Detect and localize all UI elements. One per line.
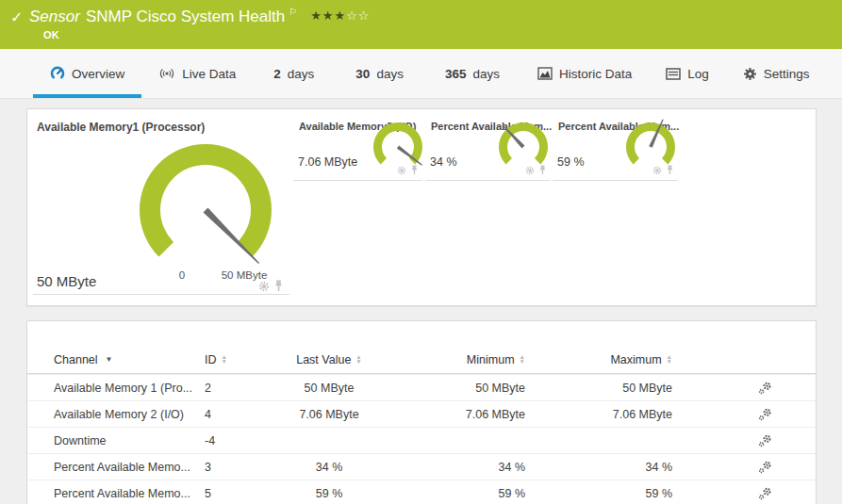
tab-bar: Overview Live Data 2days 30days 365days … — [0, 49, 842, 99]
status-ok-check-icon: ✓ — [10, 8, 23, 26]
gauges-panel: Available Memory1 (Processor) 0 50 MByte… — [26, 108, 817, 306]
area-chart-icon — [537, 67, 553, 80]
channel-name-link[interactable]: Percent Available Memo... — [27, 487, 205, 500]
tab-historic-data[interactable]: Historic Data — [520, 49, 649, 98]
channel-id-cell: 2 — [205, 382, 263, 395]
tab-settings[interactable]: Settings — [726, 49, 827, 98]
tile-gear-icon[interactable] — [397, 166, 406, 175]
tab-365-days[interactable]: 365days — [424, 49, 520, 98]
channel-id-cell: 4 — [205, 408, 263, 421]
page-title: SNMP Cisco System Health — [86, 8, 285, 25]
gauge-scale-min: 0 — [173, 269, 191, 281]
tab-overview[interactable]: Overview — [33, 49, 141, 98]
log-icon — [666, 68, 681, 80]
sensor-title-line: SensorSNMP Cisco System Health⚐★★★☆☆ — [29, 7, 370, 26]
sort-icon: ▲▼ — [355, 354, 361, 364]
tile-pin-icon[interactable] — [666, 165, 674, 175]
channel-table-body: Available Memory 1 (Pro... 2 50 MByte 50… — [27, 374, 816, 504]
sort-icon: ▲▼ — [520, 354, 525, 364]
maximum-cell: 34 % — [525, 461, 672, 474]
tile-pin-icon[interactable] — [538, 165, 547, 175]
flag-icon[interactable]: ⚐ — [289, 7, 297, 17]
table-row: Available Memory 1 (Pro... 2 50 MByte 50… — [27, 374, 816, 400]
tab-live-data[interactable]: Live Data — [141, 49, 253, 98]
table-row: Available Memory 2 (I/O) 4 7.06 MByte 7.… — [27, 400, 816, 427]
gauge-tile-available-memory1[interactable]: Available Memory1 (Processor) 0 50 MByte… — [31, 113, 291, 301]
last-value-cell: 59 % — [263, 487, 395, 500]
gauge-tile-percent-memory-2[interactable]: Percent Available Mem... 59 % — [553, 112, 678, 181]
channel-name-link[interactable]: Available Memory 2 (I/O) — [27, 408, 205, 421]
sort-icon: ▲▼ — [222, 354, 227, 364]
minimum-cell: 50 MByte — [395, 382, 525, 395]
table-row: Percent Available Memo... 5 59 % 59 % 59… — [27, 480, 816, 504]
gauge-tile-available-memory2[interactable]: Available Memory2 (I/O) 7.06 MByte — [293, 112, 422, 181]
channel-name-link[interactable]: Downtime — [27, 434, 205, 447]
channel-settings-icon[interactable] — [758, 408, 772, 421]
channel-name-link[interactable]: Percent Available Memo... — [27, 461, 205, 474]
tab-2-days[interactable]: 2days — [253, 49, 335, 98]
channel-settings-icon[interactable] — [758, 434, 772, 447]
table-row: Downtime -4 — [27, 427, 816, 453]
broadcast-icon — [158, 67, 175, 80]
gauge-value: 7.06 MByte — [298, 155, 357, 169]
maximum-cell: 59 % — [525, 487, 672, 500]
minimum-cell: 59 % — [395, 487, 525, 500]
sort-desc-icon: ▼ — [106, 355, 113, 364]
gear-icon — [743, 67, 757, 81]
last-value-cell: 7.06 MByte — [263, 408, 395, 421]
gauge-icon — [50, 66, 65, 81]
gauge-dial — [489, 113, 557, 185]
last-value-cell: 50 MByte — [263, 382, 395, 395]
tile-gear-icon[interactable] — [525, 166, 535, 175]
gauge-value: 50 MByte — [37, 273, 96, 289]
channel-table-panel: Channel ▼ ID ▲▼ Last Value ▲▼ Minimum ▲▼… — [26, 320, 817, 504]
maximum-cell: 7.06 MByte — [525, 408, 672, 421]
tile-gear-icon[interactable] — [652, 166, 662, 175]
channel-settings-icon[interactable] — [758, 461, 772, 474]
channel-settings-icon[interactable] — [758, 487, 772, 500]
last-value-cell: 34 % — [263, 461, 395, 474]
sort-icon: ▲▼ — [667, 354, 672, 364]
tile-pin-icon[interactable] — [410, 165, 419, 175]
gauge-tile-percent-memory-1[interactable]: Percent Available Mem... 34 % — [425, 112, 551, 181]
sensor-header: ✓ SensorSNMP Cisco System Health⚐★★★☆☆ O… — [0, 0, 842, 49]
minimum-cell: 34 % — [395, 461, 525, 474]
maximum-cell: 50 MByte — [525, 382, 672, 395]
tile-pin-icon[interactable] — [273, 280, 284, 292]
gauge-value: 34 % — [430, 155, 457, 169]
gauge-value: 59 % — [557, 155, 585, 169]
minimum-cell: 7.06 MByte — [395, 408, 525, 421]
channel-settings-icon[interactable] — [758, 382, 772, 395]
gauge-dial — [617, 113, 685, 185]
channel-table-header: Channel ▼ ID ▲▼ Last Value ▲▼ Minimum ▲▼… — [27, 346, 816, 374]
column-header-minimum[interactable]: Minimum ▲▼ — [395, 353, 525, 366]
channel-id-cell: 3 — [205, 461, 263, 474]
priority-stars[interactable]: ★★★☆☆ — [310, 8, 370, 23]
column-header-maximum[interactable]: Maximum ▲▼ — [525, 353, 672, 366]
tile-divider — [33, 294, 289, 295]
channel-name-link[interactable]: Available Memory 1 (Pro... — [27, 382, 205, 395]
column-header-id[interactable]: ID ▲▼ — [205, 353, 263, 366]
tab-30-days[interactable]: 30days — [335, 49, 424, 98]
status-badge: OK — [43, 29, 59, 41]
channel-id-cell: 5 — [205, 487, 263, 500]
column-header-last-value[interactable]: Last Value ▲▼ — [263, 353, 395, 366]
column-header-channel[interactable]: Channel ▼ — [27, 353, 205, 366]
table-row: Percent Available Memo... 3 34 % 34 % 34… — [27, 453, 816, 480]
channel-id-cell: -4 — [205, 434, 263, 447]
tile-gear-icon[interactable] — [258, 281, 270, 292]
sensor-kind-label: Sensor — [29, 8, 80, 25]
tab-log[interactable]: Log — [649, 49, 726, 98]
